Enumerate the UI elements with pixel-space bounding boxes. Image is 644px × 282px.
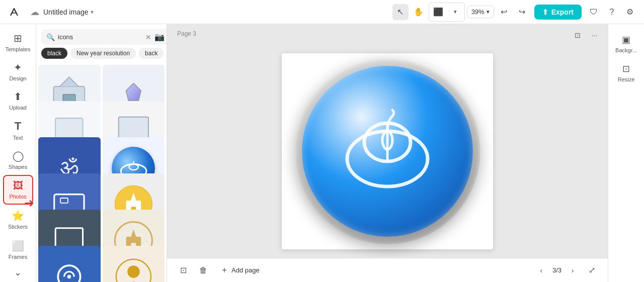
select-tool-button[interactable]: ↖	[392, 4, 409, 20]
filter-tag-back[interactable]: back	[139, 48, 164, 59]
help-button[interactable]: ?	[604, 4, 620, 20]
sidebar-item-stickers[interactable]: ⭐ Stickers	[3, 206, 33, 234]
redo-button[interactable]: ↪	[514, 4, 530, 20]
filter-tag-black[interactable]: black	[41, 48, 67, 59]
add-page-button[interactable]: ＋ Add page	[215, 262, 265, 278]
pan-tool-button[interactable]: ✋	[411, 4, 427, 20]
sidebar-collapse-button[interactable]: ⌄	[14, 267, 22, 278]
right-panel-resize[interactable]: ⊡ Resize	[611, 59, 641, 86]
canvas-area: Page 3 ⊡ ···	[167, 24, 608, 282]
undo-button[interactable]: ↩	[496, 4, 512, 20]
upload-label: Upload	[9, 105, 27, 111]
sidebar-item-text[interactable]: T Text	[3, 116, 33, 145]
filter-tag-new-year[interactable]: New year resolution	[70, 48, 136, 59]
prev-page-button[interactable]: ‹	[534, 263, 548, 277]
svg-point-25	[67, 275, 71, 278]
document-title[interactable]: Untitled image ▾	[43, 8, 94, 16]
svg-point-27	[127, 266, 140, 278]
add-page-icon: ＋	[220, 265, 228, 275]
title-chevron-icon: ▾	[91, 9, 94, 16]
grid-item[interactable]	[103, 246, 165, 282]
svg-rect-10	[60, 198, 68, 203]
frames-icon: ⬜	[12, 240, 24, 252]
page-more-button[interactable]: ···	[588, 28, 602, 42]
camera-search-icon[interactable]: 📷	[154, 32, 165, 42]
search-bar: 🔍 ✕ 📷 ⊟	[36, 24, 167, 48]
photos-icon: 🖼	[13, 180, 23, 192]
fullscreen-button[interactable]: ⤢	[584, 262, 600, 278]
design-label: Design	[9, 75, 26, 81]
sidebar-item-photos[interactable]: 🖼 Photos	[3, 175, 33, 205]
delete-page-button[interactable]: 🗑	[195, 262, 211, 278]
svg-rect-0	[7, 5, 21, 19]
photos-label: Photos	[9, 194, 26, 200]
right-panel: ▣ Backgr... ⊡ Resize	[608, 24, 644, 282]
page-actions: ⊡ ···	[571, 28, 602, 42]
stickers-label: Stickers	[8, 224, 28, 230]
export-button[interactable]: ⬆ Export	[534, 5, 582, 20]
sidebar-item-templates[interactable]: ⊞ Templates	[3, 28, 33, 56]
cloud-icon[interactable]: ☁	[30, 7, 39, 18]
right-panel-background[interactable]: ▣ Backgr...	[611, 30, 641, 57]
settings-button[interactable]: ⚙	[622, 4, 638, 20]
left-sidebar: ⊞ Templates ✦ Design ⬆ Upload T Text ◯ S…	[0, 24, 36, 282]
frames-label: Frames	[9, 254, 27, 260]
add-page-label: Add page	[231, 266, 260, 274]
background-icon: ▣	[622, 34, 630, 45]
logo[interactable]	[6, 4, 22, 20]
search-input-wrap: 🔍 ✕ 📷	[41, 29, 167, 45]
main-layout: ⊞ Templates ✦ Design ⬆ Upload T Text ◯ S…	[0, 24, 644, 282]
view-button[interactable]: ⬛	[430, 4, 446, 20]
toolbar: ↖ ✋ ⬛ ▾ 39% ▾ ↩ ↪	[392, 3, 530, 22]
svg-point-7	[129, 164, 138, 170]
resize-label: Resize	[618, 76, 635, 82]
title-text: Untitled image	[43, 8, 89, 16]
page-indicator: 3/3	[552, 266, 561, 274]
export-label: Export	[551, 8, 574, 16]
next-page-button[interactable]: ›	[566, 263, 580, 277]
resize-icon: ⊡	[622, 63, 630, 74]
text-icon: T	[15, 120, 21, 133]
grid-item[interactable]	[38, 246, 101, 282]
canvas-image[interactable]	[294, 58, 480, 244]
zoom-control[interactable]: 39% ▾	[467, 6, 494, 18]
blue-circle	[302, 66, 473, 237]
page-thumbnail-button[interactable]: ⊡	[571, 28, 585, 42]
sidebar-item-design[interactable]: ✦ Design	[3, 57, 33, 85]
sidebar-item-frames[interactable]: ⬜ Frames	[3, 236, 33, 264]
templates-label: Templates	[5, 46, 30, 52]
export-icon: ⬆	[542, 8, 548, 16]
shapes-label: Shapes	[9, 164, 27, 170]
svg-point-24	[58, 266, 80, 282]
image-grid: ⊡ ⤡ ॐ	[36, 63, 167, 282]
zoom-chevron-icon: ▾	[487, 9, 490, 15]
zoom-level: 39%	[471, 8, 485, 16]
search-input[interactable]	[58, 33, 142, 41]
canvas-page	[282, 53, 493, 249]
upload-icon: ⬆	[14, 90, 22, 103]
sidebar-item-upload[interactable]: ⬆ Upload	[3, 86, 33, 115]
design-icon: ✦	[14, 61, 22, 73]
shapes-icon: ◯	[13, 150, 24, 162]
text-label: Text	[13, 135, 23, 141]
sidebar-item-shapes[interactable]: ◯ Shapes	[3, 146, 33, 174]
background-label: Backgr...	[615, 47, 637, 53]
top-bar: ☁ Untitled image ▾ ↖ ✋ ⬛ ▾ 39% ▾ ↩ ↪ ⬆ E…	[0, 0, 644, 24]
templates-icon: ⊞	[14, 32, 22, 44]
page-label: Page 3	[177, 30, 196, 37]
canvas-wrapper: Page 3 ⊡ ···	[167, 24, 608, 258]
clear-search-button[interactable]: ✕	[145, 33, 151, 41]
bottom-bar: ⊡ 🗑 ＋ Add page ‹ 3/3 › ⤢	[167, 258, 608, 282]
shield-icon-button[interactable]: 🛡	[586, 4, 602, 20]
search-panel: 🔍 ✕ 📷 ⊟ black New year resolution back	[36, 24, 167, 282]
duplicate-page-button[interactable]: ⊡	[175, 262, 191, 278]
top-bar-right-icons: 🛡 ? ⚙	[586, 4, 638, 20]
search-icon: 🔍	[46, 33, 55, 41]
svg-rect-17	[56, 228, 83, 247]
view-group: ⬛ ▾	[429, 3, 465, 22]
filter-tags: black New year resolution back	[36, 48, 167, 63]
stickers-icon: ⭐	[12, 210, 24, 222]
view-chevron-button[interactable]: ▾	[447, 4, 463, 20]
page-nav: ‹ 3/3 ›	[534, 263, 580, 277]
